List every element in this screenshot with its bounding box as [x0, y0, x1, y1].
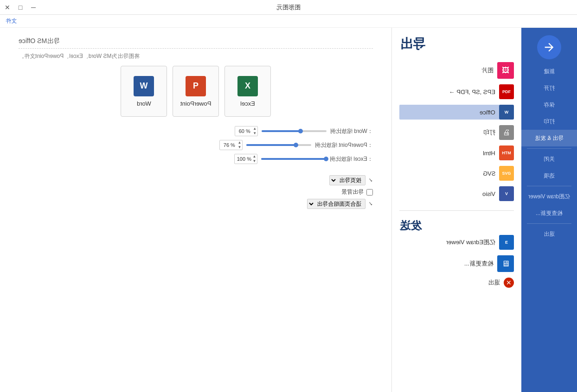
ppt-value-box[interactable]: 76 % ▲ ▼	[219, 140, 243, 150]
export-background-checkbox[interactable]	[366, 189, 373, 196]
svg-option-row[interactable]: SVG SVG	[399, 166, 514, 181]
ppt-slider-track[interactable]	[246, 144, 311, 146]
center-content: 导出MS Office 将图导出为MS Word、Excel、PowerPoin…	[0, 28, 391, 392]
sidebar-item-close[interactable]: 关闭	[521, 151, 577, 167]
share-section-title: 发送	[399, 218, 514, 233]
sidebar-arrow-button[interactable]	[537, 35, 561, 59]
excel-down-arrow[interactable]: ▼	[252, 159, 256, 164]
excel-arrows[interactable]: ▲ ▼	[252, 154, 256, 164]
right-options-panel: 导出 图片 🖼 EPS ,SP ,FDP → PDF Office W 打印 🖨…	[391, 28, 521, 392]
print-option-row[interactable]: 打印 🖨	[399, 125, 514, 140]
excel-card[interactable]: X Excel	[224, 66, 271, 117]
sidebar-menu: 新建 打开 保存 打印 导出 & 发送 关闭 选项 亿图draw	[521, 63, 577, 242]
excel-slider-track[interactable]	[261, 158, 326, 160]
breadcrumb-link[interactable]: 文件	[6, 17, 17, 25]
visio-option-label: Visio	[482, 190, 495, 197]
excel-value: 100 %	[236, 156, 252, 162]
office-option-row[interactable]: Office W	[399, 105, 514, 120]
ppt-slider-row: 76 % ▲ ▼ ：PowerPoint 缩放比例	[19, 140, 373, 150]
sidebar-item-exit[interactable]: 退出	[521, 226, 577, 242]
print-option-label: 打印	[483, 128, 495, 137]
pdf-option-label: EPS ,SP ,FDP →	[449, 89, 495, 95]
edraw-viewer-icon: E	[499, 235, 514, 250]
export-combine-dropdown[interactable]: 适合页面组合导出	[307, 199, 365, 209]
sidebar-item-options[interactable]: 选项	[521, 167, 577, 184]
word-value: 60 %	[236, 128, 253, 134]
pdf-icon: PDF	[499, 84, 514, 99]
ppt-slider-thumb[interactable]	[294, 143, 298, 147]
sidebar-divider-2	[527, 186, 571, 186]
word-down-arrow[interactable]: ▼	[253, 131, 256, 136]
html-option-row[interactable]: Html HTM	[399, 145, 514, 160]
ppt-up-arrow[interactable]: ▲	[237, 140, 241, 145]
word-label: Word	[137, 100, 151, 107]
pdf-option-row[interactable]: EPS ,SP ,FDP → PDF	[399, 84, 514, 99]
monitor-option-label: 检查更新...	[464, 259, 494, 268]
sidebar-item-check-update[interactable]: 检查更新...	[521, 205, 577, 221]
minimize-button[interactable]: ─	[30, 4, 37, 11]
ppt-slider-fill	[246, 144, 295, 146]
sidebar-item-save[interactable]: 保存	[521, 96, 577, 113]
excel-label: Excel	[240, 100, 255, 107]
svg-icon: SVG	[499, 166, 514, 181]
format-cards: W Word P PowerPoint X Excel	[19, 66, 373, 117]
word-card[interactable]: W Word	[121, 66, 167, 117]
ppt-arrows[interactable]: ▲ ▼	[237, 140, 241, 150]
exit-icon: ✕	[504, 278, 514, 288]
panel-divider	[399, 210, 514, 211]
word-icon: W	[134, 76, 154, 96]
excel-up-arrow[interactable]: ▲	[252, 154, 256, 159]
breadcrumb: 文件	[0, 15, 577, 28]
excel-value-box[interactable]: 100 % ▲ ▼	[234, 154, 257, 164]
sidebar-item-print[interactable]: 打印	[521, 113, 577, 130]
ms-office-desc: 将图导出为MS Word、Excel、PowerPoint文件。	[19, 52, 373, 60]
image-option-row[interactable]: 图片 🖼	[399, 62, 514, 79]
export-pages-dropdown[interactable]: 按页导出	[329, 175, 365, 185]
arrow-right-icon	[543, 41, 556, 54]
right-sidebar: 新建 打开 保存 打印 导出 & 发送 关闭 选项 亿图draw	[521, 28, 577, 392]
sidebar-item-export-import[interactable]: 导出 & 发送	[521, 130, 577, 146]
word-value-box[interactable]: 60 % ▲ ▼	[235, 126, 258, 136]
visio-option-row[interactable]: Visio V	[399, 186, 514, 201]
ppt-value: 76 %	[221, 142, 237, 148]
edraw-viewer-label: 亿图Edraw Viewer	[446, 238, 495, 247]
edraw-viewer-option-row[interactable]: 亿图Edraw Viewer E	[399, 235, 514, 250]
sidebar-item-new[interactable]: 新建	[521, 63, 577, 80]
word-arrows[interactable]: ▲ ▼	[253, 126, 256, 136]
word-slider-row: 60 % ▲ ▼ ：Word 缩放比例	[19, 126, 373, 136]
powerpoint-icon: P	[186, 76, 206, 96]
ms-office-header: 导出MS Office	[19, 37, 373, 49]
monitor-option-row[interactable]: 检查更新... 🖥	[399, 255, 514, 272]
word-slider-thumb[interactable]	[298, 129, 303, 133]
sidebar-item-open[interactable]: 打开	[521, 80, 577, 96]
close-button[interactable]: ✕	[4, 4, 11, 11]
checkbox-background-label: ✓	[368, 177, 373, 183]
powerpoint-label: PowerPoint	[180, 100, 211, 107]
sidebar-item-edraw-viewer[interactable]: 亿图draw Viewer	[521, 188, 577, 205]
excel-slider-row: 100 % ▲ ▼ ：Excel 缩放比例	[19, 154, 373, 164]
monitor-icon: 🖥	[497, 255, 514, 272]
sidebar-divider-1	[527, 148, 571, 149]
powerpoint-card[interactable]: P PowerPoint	[173, 66, 219, 117]
export-background-label: 导出背景	[341, 188, 364, 196]
image-option-label: 图片	[481, 66, 494, 75]
excel-slider-thumb[interactable]	[324, 157, 328, 161]
image-icon: 🖼	[497, 62, 514, 79]
excel-slider-fill	[261, 158, 326, 160]
excel-slider-label: ：Excel 缩放比例	[330, 155, 373, 163]
exit-option-row[interactable]: 退出 ✕	[399, 278, 514, 288]
combine-checkbox-icon: ✓	[368, 201, 373, 207]
word-slider-label: ：Word 缩放比例	[330, 127, 373, 135]
word-up-arrow[interactable]: ▲	[253, 126, 256, 131]
excel-icon: X	[237, 76, 258, 96]
word-slider-fill	[262, 130, 301, 132]
sliders-section: 60 % ▲ ▼ ：Word 缩放比例 76 % ▲	[19, 126, 373, 168]
export-background-row: 导出背景	[19, 188, 373, 196]
word-slider-track[interactable]	[262, 130, 327, 132]
ppt-down-arrow[interactable]: ▼	[237, 145, 241, 150]
sidebar-divider-3	[527, 223, 571, 224]
print-icon: 🖨	[499, 125, 514, 140]
titlebar: ✕ □ ─ 图形图元	[0, 0, 577, 15]
dropdown1-row: 按页导出 ✓	[19, 175, 373, 185]
maximize-button[interactable]: □	[17, 4, 24, 11]
